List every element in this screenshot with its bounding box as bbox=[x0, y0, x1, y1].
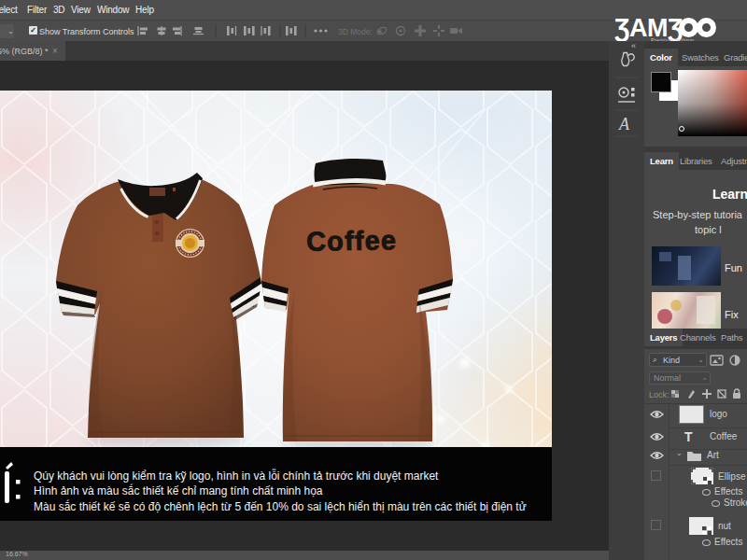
svg-text:Qúy khách vui lòng kiểm tra kỹ: Qúy khách vui lòng kiểm tra kỹ logo, hìn… bbox=[34, 469, 439, 483]
svg-text:Hình ảnh và màu sắc thiết kế c: Hình ảnh và màu sắc thiết kế chỉ mang tí… bbox=[34, 483, 323, 497]
svg-text:A: A bbox=[618, 115, 630, 133]
svg-text:Màu sắc thiết kế sẽ có độ chên: Màu sắc thiết kế sẽ có độ chênh lệch từ … bbox=[34, 499, 527, 513]
svg-text:Coffee: Coffee bbox=[306, 225, 397, 257]
svg-text:3D Mode:: 3D Mode: bbox=[338, 27, 373, 36]
